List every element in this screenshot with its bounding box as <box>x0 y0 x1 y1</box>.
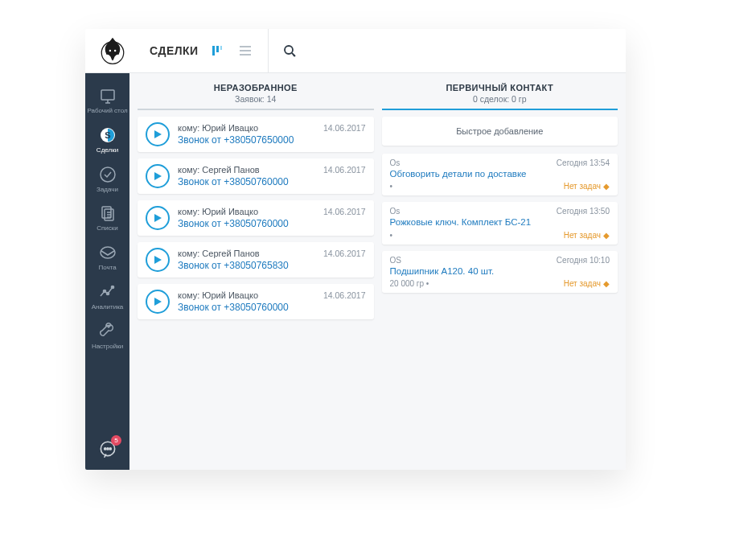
topbar: СДЕЛКИ <box>85 29 626 73</box>
deal-tasks-link[interactable]: Нет задач◆ <box>564 231 610 240</box>
deal-card[interactable]: OsСегодня 13:50Рожковые ключ. Комплект Б… <box>382 202 618 244</box>
sidebar-item-mail[interactable]: Почта <box>85 236 129 276</box>
title-block: СДЕЛКИ <box>135 29 269 72</box>
card-date: 14.06.2017 <box>323 207 366 216</box>
svg-point-24 <box>103 290 105 292</box>
card-call-link[interactable]: Звонок от +38050765830 <box>178 260 366 271</box>
play-icon[interactable] <box>146 164 170 188</box>
svg-rect-3 <box>212 46 215 56</box>
sidebar-item-label: Настройки <box>92 343 123 351</box>
card-recipient: кому: Сергей Панов <box>178 249 260 258</box>
card-body: кому: Юрий Ивацко14.06.2017Звонок от +38… <box>178 207 366 229</box>
deal-title[interactable]: Обговорить детали по доставке <box>390 168 610 179</box>
card-call-link[interactable]: Звонок от +38050760000 <box>178 302 366 313</box>
deal-owner: OS <box>390 256 401 265</box>
card-call-link[interactable]: Звонок от +38050760000 <box>178 218 366 229</box>
svg-point-23 <box>101 247 115 258</box>
sidebar-item-label: Задачи <box>97 187 118 194</box>
svg-rect-7 <box>240 50 251 51</box>
card-recipient: кому: Юрий Ивацко <box>178 123 258 133</box>
sidebar-chat[interactable]: 5 <box>85 431 129 470</box>
svg-point-2 <box>114 50 117 52</box>
deal-price: • <box>390 182 393 191</box>
play-icon[interactable] <box>146 206 170 230</box>
svg-rect-5 <box>220 46 222 50</box>
svg-point-30 <box>109 448 111 450</box>
sidebar-item-label: Списки <box>97 225 118 232</box>
unsorted-list: кому: Юрий Ивацко14.06.2017Звонок от +38… <box>138 117 374 319</box>
deal-time: Сегодня 13:50 <box>557 207 610 216</box>
column-header: ПЕРВИЧНЫЙ КОНТАКТ 0 сделок: 0 гр <box>382 80 618 117</box>
dashboard-icon <box>98 86 117 105</box>
lion-logo-icon <box>97 35 129 67</box>
sidebar-item-dashboard[interactable]: Рабочий стол <box>85 80 129 119</box>
card-recipient: кому: Сергей Панов <box>178 165 260 175</box>
card-body: кому: Сергей Панов14.06.2017Звонок от +3… <box>178 165 366 187</box>
svg-point-25 <box>106 292 109 294</box>
svg-point-1 <box>109 50 112 52</box>
chat-badge: 5 <box>111 435 121 446</box>
svg-rect-8 <box>240 54 251 56</box>
main: Рабочий стол S Сделки Задачи Списки <box>85 73 626 470</box>
call-card[interactable]: кому: Юрий Ивацко14.06.2017Звонок от +38… <box>138 284 374 319</box>
card-date: 14.06.2017 <box>323 165 366 175</box>
play-icon[interactable] <box>146 248 170 272</box>
search-block[interactable] <box>269 44 310 57</box>
call-card[interactable]: кому: Сергей Панов14.06.2017Звонок от +3… <box>138 158 374 194</box>
column-title: НЕРАЗОБРАННОЕ <box>138 83 374 93</box>
deal-owner: Os <box>390 158 401 167</box>
play-icon[interactable] <box>146 122 170 146</box>
deal-time: Сегодня 10:10 <box>557 256 610 265</box>
settings-icon <box>98 322 117 341</box>
deal-price: 20 000 гр • <box>390 279 429 288</box>
svg-point-17 <box>101 167 115 182</box>
card-date: 14.06.2017 <box>323 123 366 133</box>
search-icon <box>283 44 296 57</box>
column-subtitle: Заявок: 14 <box>138 94 374 104</box>
app-logo <box>90 35 135 67</box>
svg-point-26 <box>111 286 113 288</box>
card-recipient: кому: Юрий Ивацко <box>178 290 258 300</box>
mail-icon <box>98 243 117 262</box>
page-title: СДЕЛКИ <box>150 44 199 57</box>
column-header: НЕРАЗОБРАННОЕ Заявок: 14 <box>138 80 374 117</box>
card-date: 14.06.2017 <box>323 290 366 300</box>
column-subtitle: 0 сделок: 0 гр <box>382 94 618 104</box>
lists-icon <box>98 204 117 223</box>
analytics-icon <box>98 282 117 302</box>
deals-icon: S <box>98 125 117 145</box>
column-rule <box>138 109 374 110</box>
deal-title[interactable]: Подшипник А120. 40 шт. <box>390 265 610 277</box>
sidebar-item-lists[interactable]: Списки <box>85 197 129 236</box>
svg-point-28 <box>104 448 105 450</box>
svg-rect-6 <box>240 46 251 47</box>
card-date: 14.06.2017 <box>323 249 366 258</box>
call-card[interactable]: кому: Сергей Панов14.06.2017Звонок от +3… <box>138 242 374 278</box>
deal-card[interactable]: OsСегодня 13:54Обговорить детали по дост… <box>382 154 618 195</box>
deal-owner: Os <box>390 207 401 216</box>
sidebar-item-deals[interactable]: S Сделки <box>85 119 129 158</box>
svg-text:S: S <box>105 130 110 140</box>
card-call-link[interactable]: Звонок от +380507650000 <box>178 134 366 146</box>
play-icon[interactable] <box>146 290 170 314</box>
column-primary-contact: ПЕРВИЧНЫЙ КОНТАКТ 0 сделок: 0 гр Быстрое… <box>382 80 618 463</box>
sidebar-item-label: Сделки <box>97 147 118 154</box>
card-call-link[interactable]: Звонок от +38050760000 <box>178 176 366 187</box>
deal-tasks-link[interactable]: Нет задач◆ <box>564 182 610 191</box>
column-rule <box>382 109 618 110</box>
svg-rect-4 <box>216 46 219 52</box>
deal-card[interactable]: OSСегодня 10:10Подшипник А120. 40 шт.20 … <box>382 251 618 293</box>
svg-rect-12 <box>101 90 114 100</box>
call-card[interactable]: кому: Юрий Ивацко14.06.2017Звонок от +38… <box>138 117 374 152</box>
sidebar-item-settings[interactable]: Настройки <box>85 315 129 355</box>
sidebar-item-tasks[interactable]: Задачи <box>85 158 129 198</box>
deal-tasks-link[interactable]: Нет задач◆ <box>564 279 610 288</box>
list-view-icon[interactable] <box>237 45 253 56</box>
sidebar-item-analytics[interactable]: Аналитика <box>85 276 129 315</box>
card-body: кому: Юрий Ивацко14.06.2017Звонок от +38… <box>178 123 366 146</box>
quick-add-button[interactable]: Быстрое добавление <box>382 117 618 146</box>
card-body: кому: Сергей Панов14.06.2017Звонок от +3… <box>178 249 366 271</box>
deal-title[interactable]: Рожковые ключ. Комплект БС-21 <box>390 216 610 228</box>
pipeline-view-icon[interactable] <box>210 45 226 56</box>
call-card[interactable]: кому: Юрий Ивацко14.06.2017Звонок от +38… <box>138 200 374 236</box>
